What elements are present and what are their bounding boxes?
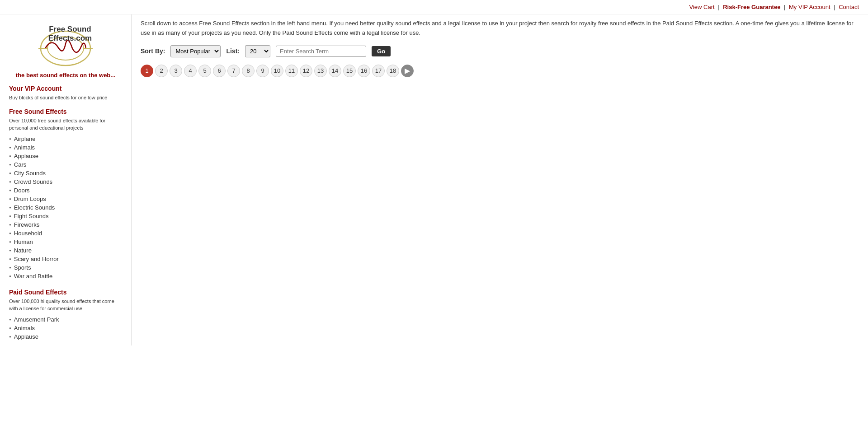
- next-page-button[interactable]: ▶: [401, 65, 414, 77]
- sidebar-item-free[interactable]: Household: [9, 229, 122, 238]
- page-button-16[interactable]: 16: [358, 65, 370, 77]
- free-effects-title: Free Sound Effects: [9, 108, 122, 115]
- sidebar: Free Sound Effects.com the best sound ef…: [0, 14, 131, 345]
- sidebar-item-free[interactable]: Animals: [9, 143, 122, 152]
- sidebar-item-paid[interactable]: Applause: [9, 332, 122, 341]
- page-button-6[interactable]: 6: [213, 65, 226, 77]
- sidebar-item-free[interactable]: Fight Sounds: [9, 212, 122, 220]
- paid-effects-desc: Over 100,000 hi quality sound effects th…: [9, 298, 122, 313]
- sidebar-item-free[interactable]: Drum Loops: [9, 195, 122, 203]
- sidebar-item-free[interactable]: Nature: [9, 246, 122, 255]
- vip-account-desc: Buy blocks of sound effects for one low …: [9, 94, 122, 102]
- page-button-5[interactable]: 5: [198, 65, 211, 77]
- top-navigation: View Cart | Risk-Free Guarantee | My VIP…: [0, 0, 868, 14]
- paid-effects-title: Paid Sound Effects: [9, 289, 122, 296]
- list-select[interactable]: 10 20 50 100: [245, 45, 270, 57]
- intro-text: Scroll down to access Free Sound Effects…: [141, 19, 859, 38]
- svg-text:Free  Sound: Free Sound: [49, 25, 91, 33]
- free-effects-desc: Over 10,000 free sound effects available…: [9, 117, 122, 132]
- page-button-1[interactable]: 1: [141, 65, 153, 77]
- page-button-15[interactable]: 15: [343, 65, 356, 77]
- page-button-8[interactable]: 8: [242, 65, 255, 77]
- sidebar-item-free[interactable]: Applause: [9, 152, 122, 160]
- contact-link[interactable]: Contact: [839, 4, 859, 10]
- svg-text:Effects.com: Effects.com: [48, 34, 92, 42]
- sort-label: Sort By:: [141, 47, 165, 55]
- sidebar-item-free[interactable]: Airplane: [9, 135, 122, 143]
- vip-account-title: Your VIP Account: [9, 85, 122, 92]
- controls-bar: Sort By: Most Popular Newest First Alpha…: [141, 45, 859, 57]
- sidebar-item-free[interactable]: Scary and Horror: [9, 255, 122, 263]
- pagination: 123456789101112131415161718▶: [141, 65, 859, 77]
- guarantee-link[interactable]: Risk-Free Guarantee: [723, 4, 780, 10]
- sort-select[interactable]: Most Popular Newest First Alphabetical: [170, 45, 221, 57]
- sidebar-item-free[interactable]: Crowd Sounds: [9, 177, 122, 186]
- my-vip-link[interactable]: My VIP Account: [789, 4, 830, 10]
- free-effects-list: AirplaneAnimalsApplauseCarsCity SoundsCr…: [9, 135, 122, 280]
- sidebar-item-paid[interactable]: Animals: [9, 324, 122, 332]
- page-button-4[interactable]: 4: [184, 65, 197, 77]
- sidebar-item-free[interactable]: Human: [9, 238, 122, 246]
- page-button-12[interactable]: 12: [300, 65, 312, 77]
- sidebar-item-free[interactable]: City Sounds: [9, 169, 122, 177]
- list-label: List:: [226, 47, 240, 55]
- logo-area: Free Sound Effects.com the best sound ef…: [9, 19, 122, 79]
- sidebar-item-free[interactable]: Sports: [9, 263, 122, 272]
- page-button-18[interactable]: 18: [387, 65, 399, 77]
- page-button-9[interactable]: 9: [256, 65, 269, 77]
- logo-tagline: the best sound effects on the web...: [9, 72, 122, 79]
- sidebar-item-free[interactable]: Cars: [9, 160, 122, 169]
- page-button-17[interactable]: 17: [372, 65, 385, 77]
- sidebar-item-free[interactable]: Fireworks: [9, 220, 122, 229]
- go-button[interactable]: Go: [372, 46, 391, 56]
- sidebar-item-free[interactable]: War and Battle: [9, 272, 122, 280]
- page-button-3[interactable]: 3: [170, 65, 182, 77]
- page-button-2[interactable]: 2: [155, 65, 168, 77]
- main-content: Scroll down to access Free Sound Effects…: [131, 14, 868, 345]
- page-button-14[interactable]: 14: [329, 65, 341, 77]
- search-input[interactable]: [276, 46, 366, 57]
- view-cart-link[interactable]: View Cart: [689, 4, 714, 10]
- page-button-7[interactable]: 7: [227, 65, 240, 77]
- page-button-11[interactable]: 11: [285, 65, 298, 77]
- sidebar-item-free[interactable]: Doors: [9, 186, 122, 195]
- page-button-10[interactable]: 10: [271, 65, 283, 77]
- sidebar-item-paid[interactable]: Amusement Park: [9, 315, 122, 324]
- page-button-13[interactable]: 13: [314, 65, 327, 77]
- sidebar-item-free[interactable]: Electric Sounds: [9, 203, 122, 212]
- paid-effects-list: Amusement ParkAnimalsApplause: [9, 315, 122, 341]
- logo-svg: Free Sound Effects.com: [11, 19, 120, 69]
